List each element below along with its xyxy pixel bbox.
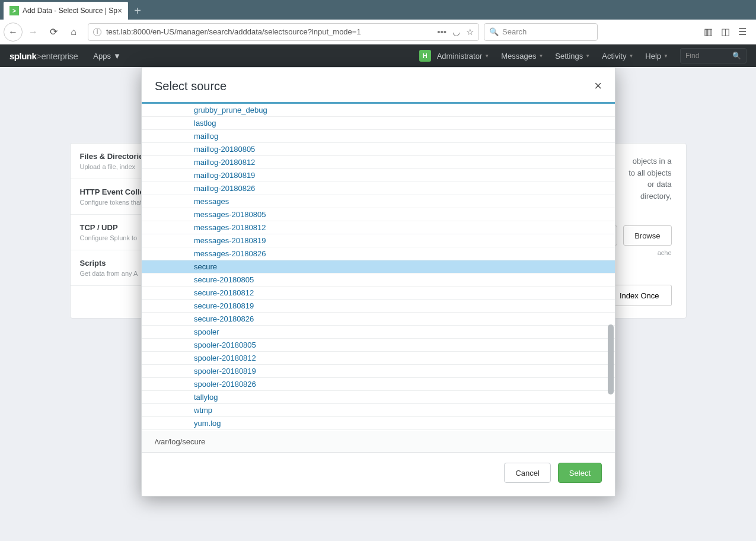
file-item[interactable]: secure <box>142 260 615 273</box>
search-icon: 🔍 <box>732 52 741 60</box>
file-item[interactable]: messages <box>142 195 615 208</box>
file-item[interactable]: tallylog <box>142 391 615 404</box>
site-info-icon[interactable]: i <box>93 28 101 36</box>
file-item[interactable]: secure-20180826 <box>142 313 615 326</box>
directory-item[interactable]: ›mail <box>142 430 615 431</box>
favicon-icon: > <box>9 6 19 15</box>
file-item[interactable]: spooler-20180812 <box>142 352 615 365</box>
forward-button: → <box>24 23 43 42</box>
url-text: test.lab:8000/en-US/manager/search/addda… <box>106 27 361 36</box>
file-item[interactable]: lastlog <box>142 117 615 130</box>
scrollbar-thumb[interactable] <box>608 324 614 394</box>
bookmark-icon[interactable]: ☆ <box>466 27 474 37</box>
file-item[interactable]: messages-20180826 <box>142 247 615 260</box>
browser-chrome: > Add Data - Select Source | Sp × + ← → … <box>0 0 756 44</box>
file-item[interactable]: messages-20180805 <box>142 208 615 221</box>
nav-administrator[interactable]: Administrator▼ <box>437 52 490 61</box>
select-button[interactable]: Select <box>558 463 602 483</box>
sidebar-icon[interactable]: ◫ <box>721 26 730 37</box>
search-icon: 🔍 <box>489 27 499 36</box>
browser-toolbar: ← → ⟳ ⌂ i test.lab:8000/en-US/manager/se… <box>0 20 756 44</box>
file-item[interactable]: maillog <box>142 130 615 143</box>
select-source-modal: Select source × grubby_prune_debuglastlo… <box>141 67 615 497</box>
file-item[interactable]: secure-20180812 <box>142 287 615 300</box>
file-item[interactable]: messages-20180812 <box>142 221 615 234</box>
file-item[interactable]: yum.log <box>142 417 615 430</box>
tab-title: Add Data - Select Source | Sp <box>23 7 117 15</box>
file-tree: grubby_prune_debuglastlogmaillogmaillog-… <box>142 104 615 431</box>
back-button[interactable]: ← <box>4 23 23 42</box>
file-item[interactable]: maillog-20180805 <box>142 143 615 156</box>
file-item[interactable]: spooler-20180819 <box>142 365 615 378</box>
file-item[interactable]: secure-20180805 <box>142 273 615 287</box>
file-item[interactable]: maillog-20180812 <box>142 156 615 169</box>
reload-button[interactable]: ⟳ <box>44 23 63 42</box>
modal-title: Select source <box>155 79 227 93</box>
browser-tab[interactable]: > Add Data - Select Source | Sp × <box>4 2 128 20</box>
url-bar[interactable]: i test.lab:8000/en-US/manager/search/add… <box>88 23 479 41</box>
file-item[interactable]: maillog-20180826 <box>142 182 615 195</box>
nav-activity[interactable]: Activity▼ <box>602 52 633 61</box>
close-tab-icon[interactable]: × <box>117 6 122 15</box>
file-item[interactable]: secure-20180819 <box>142 300 615 313</box>
file-item[interactable]: maillog-20180819 <box>142 169 615 182</box>
apps-menu[interactable]: Apps▼ <box>93 52 121 61</box>
pocket-icon[interactable]: ◡ <box>452 27 460 37</box>
new-tab-button[interactable]: + <box>128 2 147 20</box>
tab-strip: > Add Data - Select Source | Sp × + <box>0 0 756 20</box>
file-item[interactable]: wtmp <box>142 404 615 417</box>
library-icon[interactable]: ▥ <box>704 26 713 37</box>
browse-button[interactable]: Browse <box>623 225 671 246</box>
file-item[interactable]: spooler-20180826 <box>142 378 615 391</box>
modal-body[interactable]: grubby_prune_debuglastlogmaillogmaillog-… <box>142 104 615 431</box>
search-placeholder: Search <box>502 27 527 36</box>
user-avatar[interactable]: H <box>419 50 431 62</box>
browser-search[interactable]: 🔍 Search <box>484 23 598 41</box>
file-item[interactable]: messages-20180819 <box>142 234 615 247</box>
index-once-button[interactable]: Index Once <box>607 285 672 306</box>
file-item[interactable]: spooler <box>142 326 615 339</box>
close-modal-icon[interactable]: × <box>594 78 602 94</box>
nav-settings[interactable]: Settings▼ <box>555 52 590 61</box>
nav-help[interactable]: Help▼ <box>645 52 668 61</box>
file-item[interactable]: grubby_prune_debug <box>142 104 615 117</box>
modal-header: Select source × <box>142 68 615 102</box>
file-item[interactable]: spooler-20180805 <box>142 339 615 352</box>
find-input[interactable]: Find🔍 <box>680 48 747 63</box>
more-icon[interactable]: ••• <box>437 27 446 37</box>
menu-icon[interactable]: ☰ <box>738 26 747 37</box>
nav-messages[interactable]: Messages▼ <box>501 52 543 61</box>
splunk-nav: splunk>enterprise Apps▼ H Administrator▼… <box>0 44 756 67</box>
cancel-button[interactable]: Cancel <box>504 463 550 483</box>
splunk-logo[interactable]: splunk>enterprise <box>9 51 78 61</box>
modal-footer: Cancel Select <box>142 453 615 496</box>
home-button[interactable]: ⌂ <box>64 23 83 42</box>
selected-path: /var/log/secure <box>142 431 615 453</box>
